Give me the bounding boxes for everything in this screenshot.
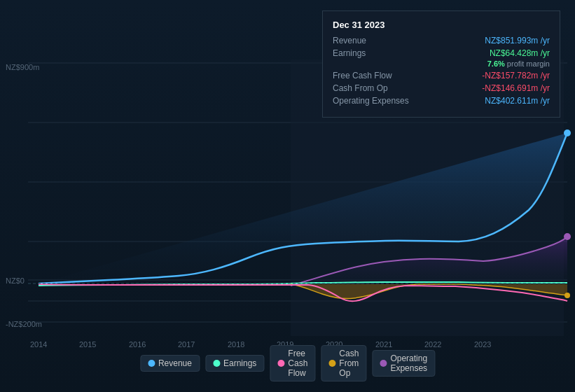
legend-dot-cashfromop bbox=[328, 360, 335, 367]
tooltip-label-earnings: Earnings bbox=[333, 48, 366, 58]
legend-label-fcf: Free Cash Flow bbox=[288, 349, 307, 378]
tooltip-row-revenue: Revenue NZ$851.993m /yr bbox=[333, 36, 550, 46]
x-label-2015: 2015 bbox=[79, 340, 96, 349]
svg-point-10 bbox=[564, 130, 571, 136]
legend-dot-fcf bbox=[277, 360, 284, 367]
x-label-2023: 2023 bbox=[474, 340, 491, 349]
tooltip-panel: Dec 31 2023 Revenue NZ$851.993m /yr Earn… bbox=[322, 10, 560, 118]
chart-legend: Revenue Earnings Free Cash Flow Cash Fro… bbox=[140, 345, 435, 382]
x-label-2014: 2014 bbox=[30, 340, 47, 349]
tooltip-title: Dec 31 2023 bbox=[333, 20, 550, 30]
legend-item-cashfromop[interactable]: Cash From Op bbox=[321, 345, 366, 382]
svg-point-11 bbox=[564, 233, 571, 240]
legend-dot-opex bbox=[380, 360, 387, 367]
tooltip-label-revenue: Revenue bbox=[333, 36, 366, 46]
legend-label-revenue: Revenue bbox=[158, 358, 192, 368]
tooltip-value-cashfromop: -NZ$146.691m /yr bbox=[482, 83, 550, 93]
legend-item-revenue[interactable]: Revenue bbox=[140, 355, 200, 372]
legend-dot-revenue bbox=[148, 360, 155, 367]
tooltip-row-fcf: Free Cash Flow -NZ$157.782m /yr bbox=[333, 71, 550, 80]
tooltip-value-revenue: NZ$851.993m /yr bbox=[485, 36, 550, 46]
tooltip-row-opex: Operating Expenses NZ$402.611m /yr bbox=[333, 96, 550, 106]
profit-margin-text: 7.6% profit margin bbox=[487, 59, 550, 68]
tooltip-row-earnings: Earnings NZ$64.428m /yr bbox=[333, 48, 550, 58]
y-label-900m: NZ$900m bbox=[6, 63, 39, 71]
tooltip-value-fcf: -NZ$157.782m /yr bbox=[482, 71, 550, 80]
legend-item-earnings[interactable]: Earnings bbox=[205, 355, 264, 372]
y-label-neg200m: -NZ$200m bbox=[6, 320, 42, 328]
legend-dot-earnings bbox=[213, 360, 220, 367]
tooltip-label-fcf: Free Cash Flow bbox=[333, 71, 392, 80]
profit-margin-row: 7.6% profit margin bbox=[333, 59, 550, 68]
tooltip-label-opex: Operating Expenses bbox=[333, 96, 409, 106]
legend-item-opex[interactable]: Operating Expenses bbox=[372, 350, 435, 377]
tooltip-value-opex: NZ$402.611m /yr bbox=[485, 96, 550, 106]
tooltip-value-earnings: NZ$64.428m /yr bbox=[490, 48, 550, 58]
legend-label-earnings: Earnings bbox=[223, 358, 256, 368]
y-label-0: NZ$0 bbox=[6, 276, 25, 285]
legend-label-cashfromop: Cash From Op bbox=[339, 349, 359, 378]
tooltip-label-cashfromop: Cash From Op bbox=[333, 83, 388, 93]
legend-label-opex: Operating Expenses bbox=[390, 354, 427, 373]
tooltip-row-cashfromop: Cash From Op -NZ$146.691m /yr bbox=[333, 83, 550, 93]
svg-point-12 bbox=[564, 293, 570, 298]
legend-item-fcf[interactable]: Free Cash Flow bbox=[270, 345, 315, 382]
